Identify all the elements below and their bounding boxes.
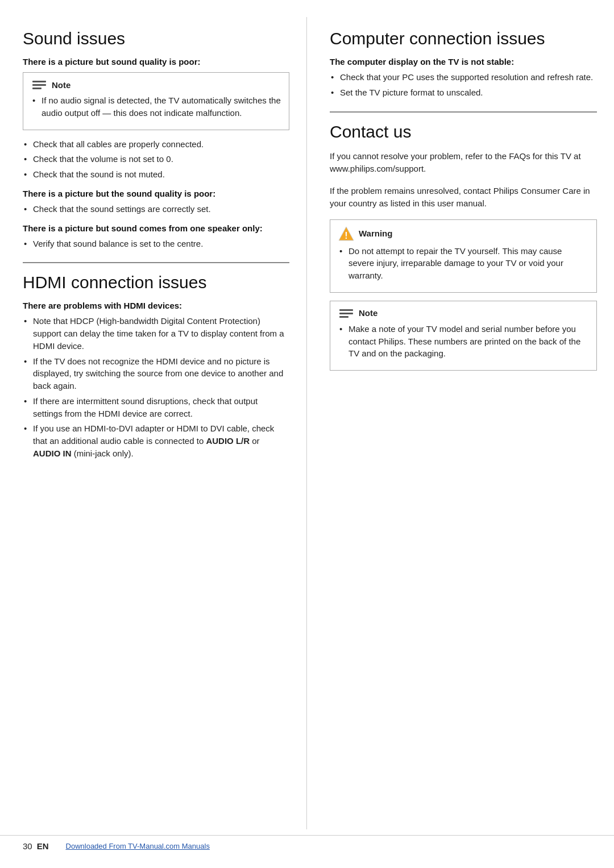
left-column: Sound issues There is a picture but soun… <box>0 17 307 829</box>
computer-bullet-1: Set the TV picture format to unscaled. <box>330 86 597 99</box>
contact-title: Contact us <box>330 122 597 142</box>
sound-note-header: Note <box>31 78 281 91</box>
hdmi-bullet-1: If the TV does not recognize the HDMI de… <box>23 355 289 392</box>
hdmi-bullet-3: If you use an HDMI-to-DVI adapter or HDM… <box>23 422 289 459</box>
sound-bullet1-2: Check that the sound is not muted. <box>23 168 289 181</box>
sound-bullet1-0: Check that all cables are properly conne… <box>23 138 289 151</box>
warning-list: Do not attempt to repair the TV yourself… <box>338 245 588 282</box>
sound-bullets1: Check that all cables are properly conne… <box>23 138 289 181</box>
svg-rect-0 <box>32 81 46 82</box>
sound-note-item: If no audio signal is detected, the TV a… <box>31 94 281 119</box>
sound-note-label: Note <box>52 80 70 90</box>
page: Sound issues There is a picture but soun… <box>0 0 614 868</box>
divider-contact <box>330 111 597 113</box>
sound-sub2: There is a picture but the sound quality… <box>23 189 289 198</box>
sound-issues-title: Sound issues <box>23 28 289 49</box>
hdmi-sub1: There are problems with HDMI devices: <box>23 301 289 310</box>
svg-rect-7 <box>339 316 349 318</box>
footer-download-link[interactable]: Downloaded From TV-Manual.com Manuals <box>66 842 210 850</box>
sound-bullet2-0: Check that the sound settings are correc… <box>23 203 289 215</box>
computer-bullets: Check that your PC uses the supported re… <box>330 71 597 99</box>
footer: 30 EN Downloaded From TV-Manual.com Manu… <box>0 835 614 857</box>
warning-label: Warning <box>359 229 392 238</box>
computer-sub1: The computer display on the TV is not st… <box>330 57 597 67</box>
note-icon <box>31 78 47 91</box>
svg-rect-1 <box>32 84 46 86</box>
sound-note-list: If no audio signal is detected, the TV a… <box>31 94 281 119</box>
sound-sub3: There is a picture but sound comes from … <box>23 223 289 233</box>
contact-note-list: Make a note of your TV model and serial … <box>338 323 588 360</box>
svg-rect-6 <box>339 313 353 314</box>
contact-note-icon <box>338 307 354 319</box>
sound-bullet3-0: Verify that sound balance is set to the … <box>23 238 289 250</box>
svg-rect-2 <box>32 88 42 89</box>
footer-language: EN <box>37 841 49 851</box>
contact-note-box: Note Make a note of your TV model and se… <box>330 301 597 371</box>
contact-note-label: Note <box>359 308 377 318</box>
warning-icon: ! <box>338 226 354 242</box>
sound-sub1: There is a picture but sound quality is … <box>23 57 289 67</box>
divider-hdmi <box>23 262 289 263</box>
contact-para2: If the problem remains unresolved, conta… <box>330 185 597 210</box>
computer-bullet-0: Check that your PC uses the supported re… <box>330 71 597 84</box>
contact-note-item: Make a note of your TV model and serial … <box>338 323 588 360</box>
warning-header: ! Warning <box>338 226 588 242</box>
hdmi-bullet-2: If there are intermittent sound disrupti… <box>23 395 289 420</box>
svg-rect-5 <box>339 309 353 311</box>
hdmi-title: HDMI connection issues <box>23 272 289 293</box>
hdmi-bullet-0: Note that HDCP (High-bandwidth Digital C… <box>23 315 289 352</box>
svg-text:!: ! <box>345 231 347 240</box>
sound-note-box: Note If no audio signal is detected, the… <box>23 72 289 130</box>
sound-bullets2: Check that the sound settings are correc… <box>23 203 289 215</box>
warning-item: Do not attempt to repair the TV yourself… <box>338 245 588 282</box>
footer-page-number: 30 <box>23 841 32 851</box>
warning-box: ! Warning Do not attempt to repair the T… <box>330 219 597 293</box>
audio-lr-label: AUDIO L/R <box>206 436 250 446</box>
audio-in-label: AUDIO IN <box>33 448 72 458</box>
contact-para1: If you cannot resolve your problem, refe… <box>330 150 597 176</box>
contact-note-header: Note <box>338 307 588 319</box>
computer-title: Computer connection issues <box>330 28 597 49</box>
main-columns: Sound issues There is a picture but soun… <box>0 17 614 829</box>
sound-bullets3: Verify that sound balance is set to the … <box>23 238 289 250</box>
hdmi-bullets: Note that HDCP (High-bandwidth Digital C… <box>23 315 289 459</box>
right-column: Computer connection issues The computer … <box>307 17 614 829</box>
sound-bullet1-1: Check that the volume is not set to 0. <box>23 153 289 165</box>
